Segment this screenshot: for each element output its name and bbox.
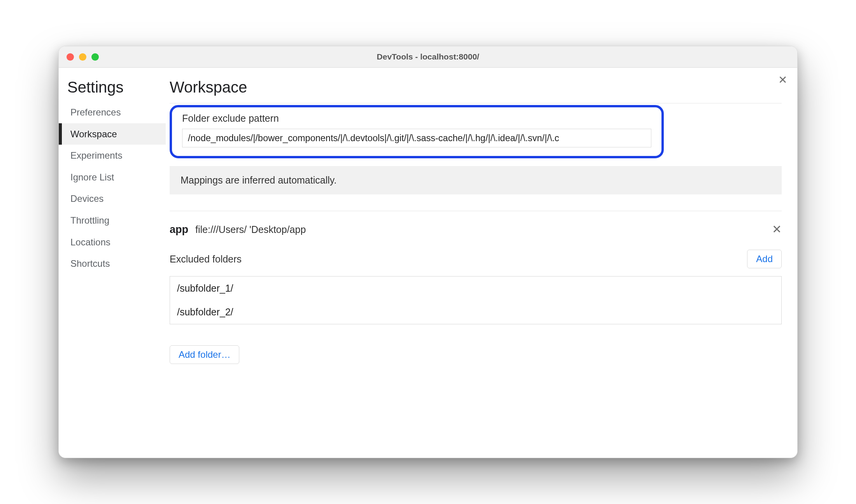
folder-header: app file:///Users/ 'Desktop/app ✕ [170, 224, 782, 236]
sidebar-item-shortcuts[interactable]: Shortcuts [59, 253, 166, 275]
remove-folder-icon[interactable]: ✕ [772, 224, 782, 235]
sidebar-title: Settings [59, 79, 166, 102]
folder-exclude-box: Folder exclude pattern [170, 105, 664, 158]
sidebar: Settings Preferences Workspace Experimen… [59, 68, 166, 458]
sidebar-item-experiments[interactable]: Experiments [59, 145, 166, 166]
add-folder-button[interactable]: Add folder… [170, 345, 239, 364]
sidebar-item-throttling[interactable]: Throttling [59, 210, 166, 231]
excluded-folder-item[interactable]: /subfolder_2/ [170, 300, 781, 324]
sidebar-item-devices[interactable]: Devices [59, 188, 166, 210]
sidebar-item-locations[interactable]: Locations [59, 231, 166, 253]
close-icon[interactable]: ✕ [778, 75, 787, 86]
sidebar-item-workspace[interactable]: Workspace [59, 123, 166, 145]
sidebar-item-ignore-list[interactable]: Ignore List [59, 166, 166, 188]
window-zoom-icon[interactable] [91, 53, 99, 61]
excluded-folders-label: Excluded folders [170, 254, 242, 265]
folder-path: file:///Users/ 'Desktop/app [195, 224, 306, 235]
folder-exclude-input[interactable] [182, 129, 651, 147]
window: DevTools - localhost:8000/ ✕ Settings Pr… [58, 46, 798, 458]
folder-name: app [170, 224, 188, 236]
window-minimize-icon[interactable] [79, 53, 86, 61]
window-close-icon[interactable] [67, 53, 74, 61]
traffic-lights [67, 53, 99, 61]
sidebar-item-preferences[interactable]: Preferences [59, 102, 166, 123]
excluded-folders-list: /subfolder_1/ /subfolder_2/ [170, 276, 782, 324]
folder-exclude-label: Folder exclude pattern [182, 113, 651, 124]
page-title: Workspace [170, 79, 782, 96]
mappings-hint: Mappings are inferred automatically. [170, 166, 782, 194]
main-panel: Workspace Folder exclude pattern Mapping… [166, 68, 797, 458]
excluded-folder-item[interactable]: /subfolder_1/ [170, 276, 781, 300]
divider [170, 103, 782, 103]
window-title: DevTools - localhost:8000/ [59, 52, 797, 61]
divider [170, 211, 782, 211]
add-excluded-button[interactable]: Add [747, 250, 782, 268]
titlebar: DevTools - localhost:8000/ [59, 46, 797, 68]
